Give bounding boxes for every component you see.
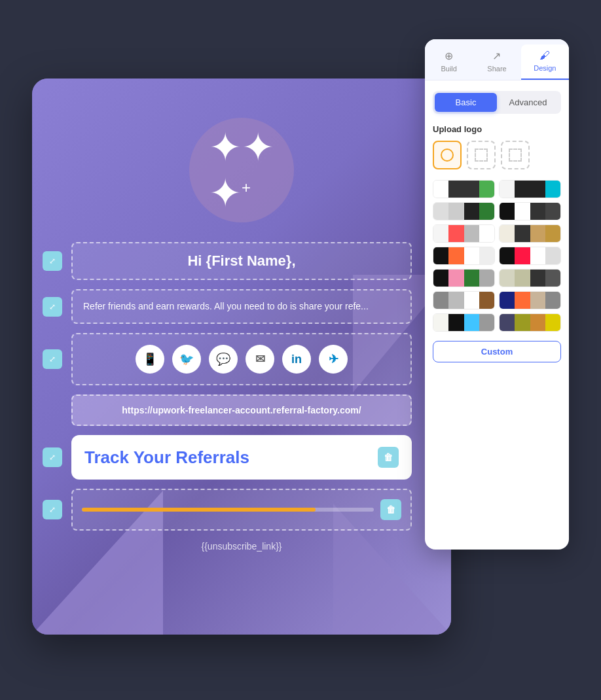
palette-10[interactable] (499, 269, 561, 287)
custom-palette-button[interactable]: Custom (433, 341, 561, 362)
body-content: Refer friends and earn rewards. All you … (71, 289, 412, 324)
palette-12[interactable] (499, 291, 561, 309)
twitter-icon[interactable]: 🐦 (172, 345, 201, 374)
greeting-content: Hi {First Name}, (71, 242, 412, 280)
email-icon[interactable]: ✉ (246, 345, 274, 374)
scene: ✦✦✦+ ⤢ Hi {First Name}, ⤢ Refer friends … (32, 39, 569, 661)
panel-tabs: ⊕ Build ↗ Share 🖌 Design (425, 39, 569, 80)
palette-7[interactable] (433, 247, 495, 265)
advanced-mode-btn[interactable]: Advanced (497, 93, 559, 112)
logo-opt-circle-selected[interactable] (433, 141, 462, 169)
unsubscribe-text: {{unsubscribe_link}} (71, 541, 412, 551)
palette-4[interactable] (499, 202, 561, 220)
linkedin-icon[interactable]: in (282, 345, 311, 374)
tab-design[interactable]: 🖌 Design (521, 44, 569, 80)
share-icon: ↗ (492, 50, 501, 62)
design-panel: ⊕ Build ↗ Share 🖌 Design Basic Advanced … (425, 39, 569, 550)
referral-link: https://upwork-freelancer-account.referr… (122, 405, 361, 415)
palette-13[interactable] (433, 313, 495, 332)
drag-handle-body[interactable]: ⤢ (43, 297, 62, 317)
progress-trash-icon[interactable]: 🗑 (380, 499, 401, 520)
email-blocks: ⤢ Hi {First Name}, ⤢ Refer friends and e… (32, 242, 451, 551)
cta-trash-icon[interactable]: 🗑 (378, 447, 399, 468)
drag-handle-cta[interactable]: ⤢ (43, 447, 62, 467)
social-content: 📱 🐦 💬 ✉ in ✈ (71, 333, 412, 385)
body-block: ⤢ Refer friends and earn rewards. All yo… (71, 289, 412, 324)
tab-design-label: Design (534, 64, 556, 72)
tab-share[interactable]: ↗ Share (473, 44, 520, 80)
palette-5[interactable] (433, 224, 495, 243)
palette-1[interactable] (433, 180, 495, 198)
drag-handle-progress[interactable]: ⤢ (43, 500, 62, 519)
tab-share-label: Share (487, 65, 506, 73)
cta-content: Track Your Referrals 🗑 (71, 435, 412, 480)
tab-build-label: Build (441, 65, 456, 73)
logo-square1-inner (475, 149, 488, 162)
palette-grid (433, 180, 561, 332)
palette-2[interactable] (499, 180, 561, 198)
logo-circle-inner (441, 149, 454, 162)
panel-body: Basic Advanced Upload logo (425, 80, 569, 545)
link-content: https://upwork-freelancer-account.referr… (71, 394, 412, 426)
logo-opt-square2[interactable] (501, 141, 530, 169)
progress-bar-fill (82, 508, 316, 512)
greeting-text: Hi {First Name}, (187, 253, 295, 269)
progress-block: ⤢ 🗑 (71, 489, 412, 531)
mode-toggle: Basic Advanced (433, 91, 561, 114)
palette-11[interactable] (433, 291, 495, 309)
palette-14[interactable] (499, 313, 561, 332)
sms-icon[interactable]: 💬 (209, 345, 238, 374)
logo-circle: ✦✦✦+ (189, 118, 294, 222)
drag-handle-greeting[interactable]: ⤢ (43, 251, 62, 271)
sparkles-icon: ✦✦✦+ (209, 124, 274, 216)
palette-9[interactable] (433, 269, 495, 287)
cta-text: Track Your Referrals (84, 447, 249, 468)
palette-3[interactable] (433, 202, 495, 220)
upload-logo-label: Upload logo (433, 124, 561, 134)
email-card: ✦✦✦+ ⤢ Hi {First Name}, ⤢ Refer friends … (32, 79, 451, 635)
body-text: Refer friends and earn rewards. All you … (83, 301, 369, 311)
palette-8[interactable] (499, 247, 561, 265)
palette-6[interactable] (499, 224, 561, 243)
progress-content: 🗑 (71, 489, 412, 531)
cta-block: ⤢ Track Your Referrals 🗑 (71, 435, 412, 480)
build-icon: ⊕ (445, 50, 453, 62)
logo-square2-inner (509, 149, 522, 162)
basic-mode-btn[interactable]: Basic (435, 93, 497, 112)
social-block: ⤢ 📱 🐦 💬 ✉ in ✈ (71, 333, 412, 385)
unsubscribe-link: {{unsubscribe_link}} (202, 541, 282, 551)
link-block: https://upwork-freelancer-account.referr… (71, 394, 412, 426)
greeting-block: ⤢ Hi {First Name}, (71, 242, 412, 280)
design-icon: 🖌 (539, 50, 550, 61)
logo-opt-square1[interactable] (467, 141, 496, 169)
progress-bar-container (82, 508, 374, 512)
telegram-icon[interactable]: ✈ (319, 345, 348, 374)
tab-build[interactable]: ⊕ Build (425, 44, 473, 80)
whatsapp-icon[interactable]: 📱 (136, 345, 164, 374)
logo-options (433, 141, 561, 169)
drag-handle-social[interactable]: ⤢ (43, 349, 62, 369)
